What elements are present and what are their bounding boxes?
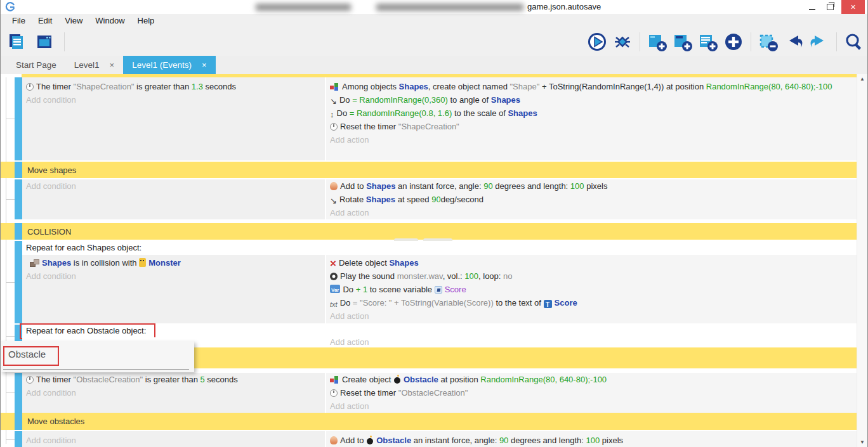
action-line[interactable]: Reset the timer "ShapeCreation" — [330, 120, 852, 133]
collision-icon — [30, 259, 39, 267]
action-line[interactable]: Add to Shapes an instant force, angle: 9… — [330, 179, 852, 193]
event-selection-bar[interactable] — [15, 162, 22, 178]
comment-row[interactable]: Move obstacles — [1, 413, 857, 430]
close-tab-icon[interactable]: × — [202, 60, 207, 70]
add-condition-button[interactable]: Add condition — [26, 434, 321, 447]
tab-level1-events[interactable]: Level1 (Events)× — [123, 56, 215, 74]
event-move-shapes: Add condition Add to Shapes an instant f… — [1, 179, 857, 219]
comment-text: COLLISION — [27, 223, 71, 240]
action-line[interactable]: Add to Obstacle an instant force, angle:… — [330, 434, 852, 447]
condition-line[interactable]: The timer "ObstacleCreation" is greater … — [26, 373, 321, 386]
condition-line[interactable]: The timer "ShapeCreation" is greater tha… — [26, 80, 321, 93]
close-icon: × — [850, 2, 855, 12]
delete-selection-icon[interactable] — [758, 31, 779, 53]
add-subevent-icon[interactable] — [672, 31, 694, 53]
add-event-icon[interactable] — [647, 31, 668, 53]
menu-view[interactable]: View — [58, 14, 89, 28]
textobj-icon — [544, 300, 552, 308]
condition-line[interactable]: Shapes is in collision with Monster — [26, 256, 321, 269]
tab-bar: Start Page Level1× Level1 (Events)× — [1, 56, 867, 74]
add-action-button[interactable]: Add action — [330, 399, 852, 413]
redo-icon[interactable] — [808, 31, 830, 53]
minimize-button[interactable] — [804, 0, 820, 14]
menu-help[interactable]: Help — [131, 14, 161, 28]
search-icon[interactable] — [843, 31, 865, 53]
actions-column: Add to Obstacle an instant force, angle:… — [326, 431, 857, 447]
event-obstacle-creation: The timer "ObstacleCreation" is greater … — [1, 373, 857, 413]
timer-icon — [26, 376, 34, 384]
debug-icon[interactable] — [612, 31, 633, 53]
toolbar-separator — [751, 32, 751, 51]
toolbar-separator — [836, 32, 837, 51]
action-line[interactable]: Rotate Shapes at speed 90deg/second — [330, 193, 852, 206]
add-condition-button[interactable]: Add condition — [26, 386, 321, 399]
timer-icon — [26, 83, 34, 91]
action-line[interactable]: Do = "Score: " + ToString(Variable(Score… — [330, 296, 852, 309]
scroll-up-icon[interactable]: ▲ — [857, 76, 867, 82]
add-condition-button[interactable]: Add condition — [26, 179, 321, 193]
add-action-button[interactable]: Add action — [330, 309, 852, 323]
add-action-button[interactable]: Add action — [330, 206, 852, 219]
action-line[interactable]: Do = RandomInRange(0.8, 1.6) to the scal… — [330, 107, 852, 120]
scale-icon — [330, 110, 334, 119]
event-selection-bar[interactable] — [15, 179, 22, 219]
undo-icon[interactable] — [783, 31, 805, 53]
add-action-button[interactable]: Add action — [330, 133, 852, 146]
toolbar-separator — [64, 32, 65, 51]
comment-row[interactable]: Move shapes — [1, 162, 857, 178]
repeat-event-header[interactable]: Repeat for each Shapes object: — [22, 241, 857, 255]
project-manager-icon[interactable] — [6, 31, 27, 53]
menu-edit[interactable]: Edit — [32, 14, 58, 28]
add-circle-icon[interactable] — [723, 31, 744, 53]
menu-file[interactable]: File — [6, 14, 32, 28]
monster-icon — [139, 258, 146, 267]
action-line[interactable]: Delete object Shapes — [330, 256, 852, 269]
window-title: game.json.autosave — [527, 2, 601, 11]
add-comment-icon[interactable] — [697, 31, 719, 53]
tab-start-page[interactable]: Start Page — [7, 56, 65, 74]
comment-text: Move obstacles — [27, 413, 84, 430]
object-name-input[interactable]: Obstacle — [8, 349, 46, 360]
restore-icon — [827, 4, 834, 10]
tab-level1[interactable]: Level1× — [65, 56, 123, 74]
action-line[interactable]: Among objects Shapes, create object name… — [330, 80, 852, 93]
action-line[interactable]: Create object Obstacle at position Rando… — [330, 373, 852, 386]
close-tab-icon[interactable]: × — [110, 60, 115, 70]
add-condition-button[interactable]: Add condition — [26, 269, 321, 283]
close-button[interactable]: × — [841, 0, 865, 14]
create-icon — [330, 82, 339, 91]
vertical-scrollbar[interactable]: ▲ ▼ — [857, 74, 867, 447]
add-action-button[interactable]: Add action — [330, 337, 852, 347]
scene-editor-icon[interactable] — [34, 31, 55, 53]
add-condition-button[interactable]: Add condition — [26, 93, 321, 107]
comment-row[interactable]: COLLISION — [1, 223, 857, 240]
restore-button[interactable] — [822, 0, 838, 14]
title-bar: game.json.autosave × — [1, 0, 867, 14]
events-sheet: The timer "ShapeCreation" is greater tha… — [1, 74, 867, 447]
conditions-column: Add condition — [22, 179, 325, 219]
toolbar — [1, 28, 867, 56]
var-badge — [330, 285, 340, 293]
event-move-obstacles: Add condition Add to Obstacle an instant… — [1, 431, 857, 447]
event-selection-bar[interactable] — [15, 431, 22, 447]
event-selection-bar[interactable] — [15, 223, 22, 240]
event-selection-bar[interactable] — [15, 413, 22, 430]
txt-badge — [330, 300, 338, 308]
app-window: game.json.autosave × File Edit View Wind… — [0, 0, 868, 447]
event-selection-bar[interactable] — [15, 77, 22, 160]
scroll-down-icon[interactable]: ▼ — [857, 439, 867, 445]
action-line[interactable]: Play the sound monster.wav, vol.: 100, l… — [330, 269, 852, 283]
event-selection-bar[interactable] — [15, 241, 22, 323]
menu-window[interactable]: Window — [89, 14, 131, 28]
action-line[interactable]: Do + 1 to scene variable Score — [330, 283, 852, 296]
action-line[interactable]: Do = RandomInRange(0,360) to angle of Sh… — [330, 93, 852, 107]
action-line[interactable]: Reset the timer "ObstacleCreation" — [330, 386, 852, 399]
actions-column: Delete object Shapes Play the sound mons… — [326, 255, 857, 323]
redacted-title-segment — [256, 4, 351, 11]
timer-icon — [330, 123, 338, 131]
event-selection-bar[interactable] — [15, 373, 22, 413]
sound-icon — [330, 273, 338, 280]
delete-icon — [330, 259, 336, 268]
object-selector-popup: Obstacle — [1, 341, 194, 372]
play-icon[interactable] — [586, 31, 608, 53]
